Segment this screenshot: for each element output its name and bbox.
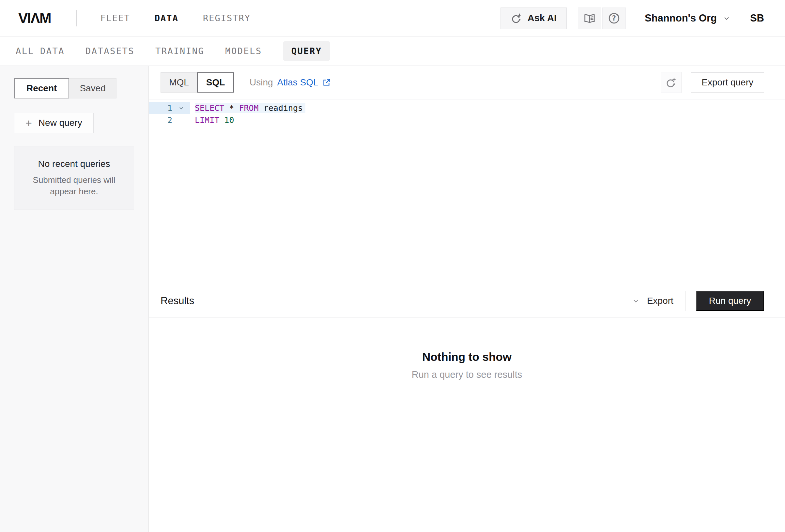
org-name: Shannon's Org [645,12,717,24]
docs-book-icon [583,12,596,24]
ai-refresh-icon [665,77,677,88]
tab-query[interactable]: QUERY [283,41,330,61]
tab-datasets[interactable]: DATASETS [85,41,134,61]
new-query-button[interactable]: + New query [14,113,94,133]
run-query-button[interactable]: Run query [696,291,764,311]
code-token: LIMIT [195,115,219,125]
fold-chevron-icon[interactable] [172,102,190,114]
export-results-label: Export [647,296,674,306]
chevron-down-icon [723,14,731,22]
data-sub-nav: ALL DATA DATASETS TRAINING MODELS QUERY [0,36,785,66]
line-number: 1 [149,102,172,114]
sidebar-tab-recent[interactable]: Recent [14,78,69,99]
sidebar-tabs: Recent Saved [14,78,148,99]
mode-button-mql[interactable]: MQL [160,72,197,92]
topnav-right: Ask AI ? [501,7,764,29]
top-nav: VIΛM FLEET DATA REGISTRY Ask AI [0,0,785,36]
code-token: 10 [224,115,234,125]
query-mode-toggle: MQL SQL [160,72,234,92]
tab-training[interactable]: TRAINING [155,41,204,61]
sidebar-tab-saved[interactable]: Saved [69,78,116,99]
results-empty-subtitle: Run a query to see results [149,369,785,380]
help-button[interactable]: ? [602,7,626,29]
code-token: * [224,103,239,113]
sql-code-editor[interactable]: 1 SELECT * FROM readings 2 LIMIT 10 [149,100,785,284]
svg-text:?: ? [612,14,616,22]
query-toolbar: MQL SQL Using Atlas SQL [149,66,785,100]
tab-all-data[interactable]: ALL DATA [16,41,65,61]
documentation-button[interactable] [578,7,601,29]
results-header: Results Export Run query [149,284,785,318]
ask-ai-button[interactable]: Ask AI [501,7,567,29]
nav-link-data[interactable]: DATA [155,13,178,23]
results-title: Results [160,295,194,307]
export-chevron-icon [632,297,640,305]
plus-icon: + [25,117,32,128]
results-empty-state: Nothing to show Run a query to see resul… [149,318,785,532]
ai-generate-button[interactable] [661,72,682,93]
results-empty-title: Nothing to show [149,350,785,364]
export-results-button[interactable]: Export [620,291,685,311]
ask-ai-label: Ask AI [528,13,557,24]
using-label: Using [250,77,273,88]
nav-link-registry[interactable]: REGISTRY [203,13,251,23]
code-token [219,115,224,125]
external-link-icon [322,78,331,87]
editor-gutter: 1 [149,102,190,114]
empty-state-title: No recent queries [38,159,110,169]
help-icon-group: ? [578,7,626,29]
query-toolbar-right: Export query [661,72,764,93]
viam-logo[interactable]: VIΛM [18,10,51,26]
code-text: SELECT * FROM readings [190,102,305,114]
code-token: SELECT [195,103,224,113]
atlas-sql-link-label: Atlas SQL [277,77,319,88]
org-switcher[interactable]: Shannon's Org [645,12,731,24]
ask-ai-sparkle-icon [511,12,522,24]
user-avatar[interactable]: SB [750,12,764,24]
new-query-label: New query [39,118,82,128]
nav-divider [76,10,77,26]
code-text: LIMIT 10 [190,114,234,126]
nav-link-fleet[interactable]: FLEET [101,13,130,23]
content-area: Recent Saved + New query No recent queri… [0,66,785,532]
help-icon: ? [608,12,620,24]
export-query-button[interactable]: Export query [691,72,764,92]
recent-queries-empty-state: No recent queries Submitted queries will… [14,146,134,210]
code-token: readings [259,103,303,113]
mode-button-sql[interactable]: SQL [197,72,234,92]
line-number: 2 [149,114,172,126]
code-line-1[interactable]: 1 SELECT * FROM readings [149,102,785,114]
query-sidebar: Recent Saved + New query No recent queri… [0,66,149,532]
tab-models[interactable]: MODELS [225,41,262,61]
empty-state-subtitle: Submitted queries will appear here. [24,175,125,197]
code-line-2[interactable]: 2 LIMIT 10 [149,114,785,126]
atlas-sql-link[interactable]: Atlas SQL [277,77,331,88]
editor-gutter: 2 [149,114,190,126]
code-token: FROM [239,103,258,113]
query-main: MQL SQL Using Atlas SQL [149,66,785,532]
